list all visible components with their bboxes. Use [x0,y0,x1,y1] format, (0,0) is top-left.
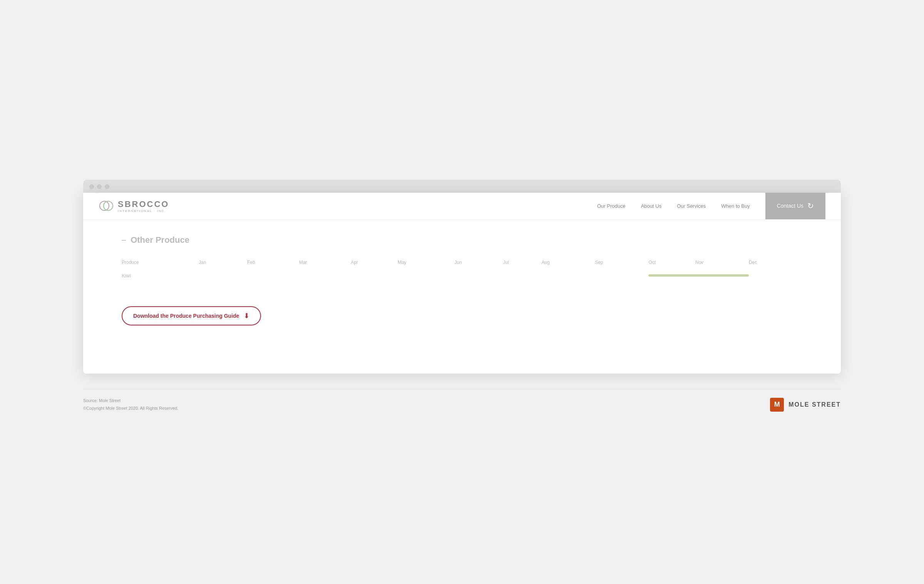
footer-area: Source: Mole Street ©Copyright Mole Stre… [83,389,841,412]
col-header-jun: Jun [454,257,503,268]
kiwi-jul [503,268,542,283]
contact-btn-area[interactable]: Contact Us ↻ [765,193,825,220]
nav-our-produce[interactable]: Our Produce [597,203,626,209]
produce-name-kiwi: Kiwi [122,268,199,283]
col-header-mar: Mar [299,257,351,268]
logo-icon [99,198,114,214]
kiwi-sep [595,268,648,283]
nav-our-services[interactable]: Our Services [677,203,706,209]
kiwi-bar-fill [648,274,748,277]
mole-street-logo: M MOLE STREET [770,398,841,412]
col-header-nov: Nov [695,257,749,268]
page-wrapper: SBROCCO INTERNATIONAL · INC. Our Produce… [0,157,924,428]
logo-name: SBROCCO [118,199,169,209]
nav-about-us[interactable]: About Us [641,203,661,209]
col-header-produce: Produce [122,257,199,268]
browser-dot-1 [89,184,94,189]
kiwi-availability-bar [648,274,748,277]
footer-source: Source: Mole Street ©Copyright Mole Stre… [83,397,178,412]
nav-links: Our Produce About Us Our Services When t… [597,203,750,209]
kiwi-jun [454,268,503,283]
col-header-jan: Jan [199,257,247,268]
col-header-sep: Sep [595,257,648,268]
kiwi-oct-nov-bar [648,268,748,283]
section-header: – Other Produce [122,235,802,245]
mole-street-name: MOLE STREET [788,401,841,408]
col-header-dec: Dec [749,257,802,268]
download-btn-label: Download the Produce Purchasing Guide [133,313,239,319]
download-section: Download the Produce Purchasing Guide ⬇ [122,306,802,325]
kiwi-apr [351,268,398,283]
kiwi-feb [247,268,299,283]
footer-source-line1: Source: Mole Street [83,397,178,405]
footer-source-line2: ©Copyright Mole Street 2020. All Rights … [83,405,178,412]
main-content: – Other Produce Produce Jan Feb Mar Apr … [83,220,841,374]
browser-dot-3 [105,184,109,189]
kiwi-dec [749,268,802,283]
browser-dot-2 [97,184,102,189]
navbar: SBROCCO INTERNATIONAL · INC. Our Produce… [83,193,841,220]
contact-btn-label: Contact Us [777,203,803,209]
produce-table: Produce Jan Feb Mar Apr May Jun Jul Aug … [122,257,802,283]
logo-text: SBROCCO INTERNATIONAL · INC. [118,199,169,213]
kiwi-jan [199,268,247,283]
browser-window: SBROCCO INTERNATIONAL · INC. Our Produce… [83,193,841,374]
col-header-apr: Apr [351,257,398,268]
section-title: Other Produce [131,235,189,245]
col-header-jul: Jul [503,257,542,268]
section-dash: – [122,235,126,244]
download-guide-button[interactable]: Download the Produce Purchasing Guide ⬇ [122,306,261,325]
col-header-feb: Feb [247,257,299,268]
col-header-may: May [398,257,455,268]
kiwi-mar [299,268,351,283]
kiwi-may [398,268,455,283]
kiwi-aug [541,268,595,283]
nav-when-to-buy[interactable]: When to Buy [721,203,750,209]
col-header-aug: Aug [541,257,595,268]
logo-area: SBROCCO INTERNATIONAL · INC. [99,198,169,214]
svg-point-0 [100,201,109,210]
contact-icon: ↻ [807,201,814,210]
table-row: Kiwi [122,268,802,283]
logo-sub: INTERNATIONAL · INC. [118,209,169,213]
svg-point-1 [104,201,113,210]
mole-street-icon: M [770,398,784,412]
download-icon: ⬇ [244,312,249,320]
browser-chrome [83,180,841,193]
col-header-oct: Oct [648,257,695,268]
